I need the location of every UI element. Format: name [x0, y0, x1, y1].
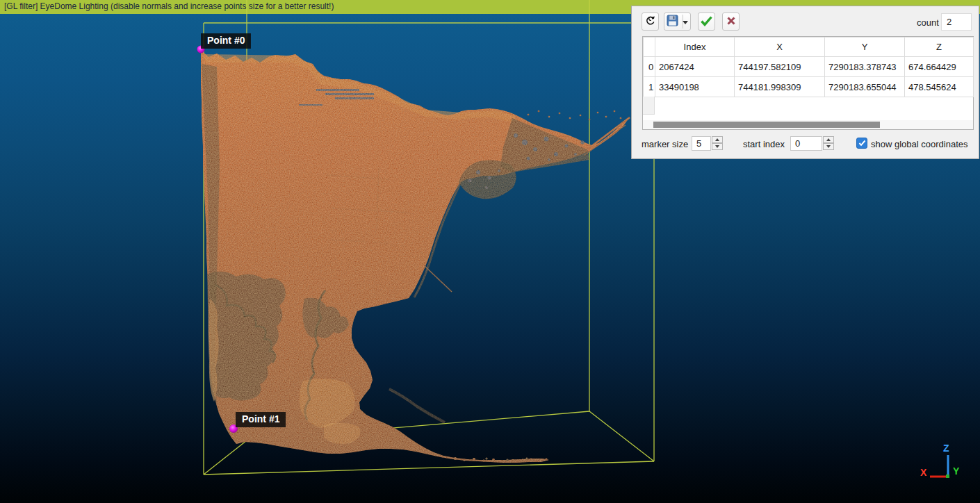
cell-index[interactable]: 2067424 [655, 57, 735, 77]
spin-up-icon[interactable] [712, 136, 723, 143]
dropdown-arrow-icon[interactable] [683, 21, 688, 24]
table-row[interactable]: 1 33490198 744181.998309 7290183.655044 … [644, 77, 974, 97]
col-header-index: Index [655, 38, 735, 57]
horizontal-scrollbar-thumb[interactable] [653, 122, 880, 128]
row-number: 0 [644, 57, 655, 77]
start-index-input[interactable]: 0 [790, 136, 822, 151]
table-row[interactable]: 0 2067424 744197.582109 7290183.378743 6… [644, 57, 974, 77]
cell-y[interactable]: 7290183.655044 [825, 77, 905, 97]
point-list-panel: count 2 Index X Y Z 0 [631, 6, 979, 159]
axis-y-label: Y [953, 465, 959, 477]
cell-z[interactable]: 478.545624 [905, 77, 974, 97]
col-header-z: Z [905, 38, 974, 57]
show-global-coordinates-label: show global coordinates [871, 139, 967, 149]
start-index-label: start index [743, 139, 785, 149]
save-split-button[interactable] [664, 13, 691, 31]
marker-size-label: marker size [642, 139, 688, 149]
count-field[interactable]: 2 [941, 13, 972, 31]
show-global-coordinates-checkbox[interactable] [856, 138, 867, 149]
start-index-stepper[interactable] [823, 136, 834, 151]
picked-points-table: Index X Y Z 0 2067424 744197.582109 7290… [642, 36, 974, 130]
apply-button[interactable] [698, 13, 715, 31]
spin-up-icon[interactable] [823, 136, 834, 143]
cell-z[interactable]: 674.664429 [905, 57, 974, 77]
revert-button[interactable] [642, 13, 659, 31]
axis-gizmo [930, 455, 949, 478]
corner-header [644, 38, 655, 57]
table-header-row: Index X Y Z [644, 38, 974, 57]
count-label: count [917, 17, 939, 28]
cell-x[interactable]: 744181.998309 [735, 77, 825, 97]
cancel-button[interactable] [722, 13, 740, 31]
spin-down-icon[interactable] [712, 143, 723, 150]
spin-down-icon[interactable] [823, 143, 834, 150]
marker-size-stepper[interactable] [712, 136, 723, 151]
cell-x[interactable]: 744197.582109 [735, 57, 825, 77]
axis-z-label: Z [943, 443, 949, 454]
point-label-0[interactable]: Point #0 [201, 33, 251, 49]
checkmark-icon [858, 140, 866, 147]
save-icon [667, 15, 678, 28]
row-number: 1 [644, 77, 655, 97]
cloudcompare-window: [GL filter] EyeDome Lighting (disable no… [0, 0, 980, 503]
empty-row-stub [643, 97, 655, 115]
axis-x-label: X [920, 467, 926, 478]
apply-check-icon [700, 15, 713, 28]
point-cloud-terrain[interactable] [201, 50, 630, 463]
col-header-x: X [735, 38, 825, 57]
revert-icon [644, 15, 656, 28]
cancel-x-icon [726, 16, 736, 28]
point-label-1[interactable]: Point #1 [236, 412, 286, 427]
cell-index[interactable]: 33490198 [655, 77, 735, 97]
col-header-y: Y [825, 38, 905, 57]
marker-size-input[interactable]: 5 [692, 136, 711, 151]
cell-y[interactable]: 7290183.378743 [825, 57, 905, 77]
horizontal-scrollbar[interactable] [643, 120, 973, 129]
